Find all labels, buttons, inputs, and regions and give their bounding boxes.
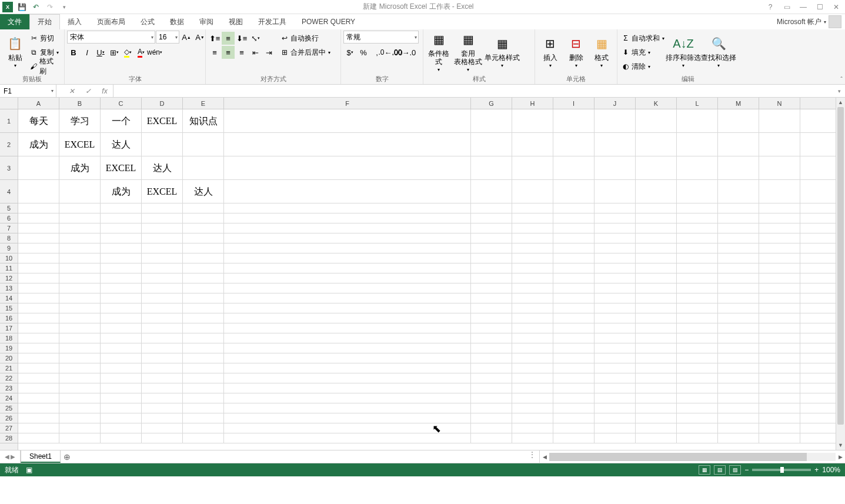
cell[interactable]	[718, 133, 759, 156]
cell[interactable]	[471, 223, 512, 233]
cell[interactable]	[512, 333, 553, 343]
row-header[interactable]: 15	[0, 303, 18, 313]
hscroll-thumb[interactable]	[549, 453, 807, 461]
cell[interactable]	[512, 413, 553, 423]
cell[interactable]	[594, 303, 636, 313]
cell[interactable]	[677, 353, 718, 363]
cell[interactable]	[101, 363, 142, 373]
column-header-B[interactable]: B	[59, 98, 101, 109]
cells-area[interactable]: 每天学习一个EXCEL知识点成为EXCEL达人成为EXCEL达人成为EXCEL达…	[18, 109, 836, 450]
cell[interactable]	[759, 156, 800, 180]
cell[interactable]	[471, 343, 512, 353]
cell[interactable]	[183, 203, 224, 213]
account-area[interactable]: Microsoft 帐户 ▾	[777, 14, 845, 29]
cell[interactable]	[18, 413, 59, 423]
cell[interactable]	[636, 243, 677, 253]
autosum-button[interactable]: Σ自动求和▾	[620, 32, 666, 45]
cell[interactable]	[594, 253, 636, 263]
cell[interactable]	[677, 403, 718, 413]
cell[interactable]	[18, 223, 59, 233]
row-header[interactable]: 4	[0, 180, 18, 203]
cell[interactable]	[59, 203, 101, 213]
cell[interactable]	[636, 293, 677, 303]
cell[interactable]	[718, 303, 759, 313]
row-header[interactable]: 26	[0, 413, 18, 423]
cell[interactable]	[677, 293, 718, 303]
cell[interactable]	[553, 343, 594, 353]
cell[interactable]	[18, 333, 59, 343]
phonetic-button[interactable]: wén▾	[148, 46, 161, 59]
cell[interactable]	[224, 109, 471, 133]
horizontal-scrollbar[interactable]: ◀ ▶	[539, 450, 845, 463]
tab-data[interactable]: 数据	[162, 14, 192, 29]
sheet-split-icon[interactable]: ⋮	[525, 450, 539, 463]
cell[interactable]	[18, 253, 59, 263]
tab-review[interactable]: 审阅	[192, 14, 221, 29]
cell[interactable]	[101, 433, 142, 443]
cell[interactable]	[718, 180, 759, 203]
cell[interactable]	[636, 283, 677, 293]
cell[interactable]	[183, 263, 224, 273]
fill-button[interactable]: ⬇填充▾	[620, 46, 666, 59]
cell[interactable]	[718, 353, 759, 363]
cell[interactable]	[224, 283, 471, 293]
cell[interactable]	[594, 383, 636, 393]
cell[interactable]: 成为	[101, 180, 142, 203]
minimize-icon[interactable]: ―	[798, 3, 809, 11]
cell[interactable]	[183, 333, 224, 343]
row-header[interactable]: 9	[0, 243, 18, 253]
cell[interactable]	[553, 273, 594, 283]
cell[interactable]	[471, 303, 512, 313]
view-pagebreak-icon[interactable]: ▧	[729, 465, 741, 475]
align-bottom-icon[interactable]: ⬇≡	[235, 32, 248, 45]
cell[interactable]	[142, 223, 183, 233]
cell[interactable]	[183, 413, 224, 423]
cell[interactable]	[59, 433, 101, 443]
cell[interactable]	[18, 343, 59, 353]
enter-formula-icon[interactable]: ✓	[80, 85, 96, 97]
cell[interactable]	[677, 433, 718, 443]
cell[interactable]	[553, 233, 594, 243]
row-header[interactable]: 14	[0, 293, 18, 303]
cell[interactable]	[183, 393, 224, 403]
close-icon[interactable]: ✕	[831, 3, 841, 11]
cell[interactable]	[677, 253, 718, 263]
cell[interactable]	[142, 133, 183, 156]
cell[interactable]	[18, 303, 59, 313]
cell[interactable]	[677, 233, 718, 243]
cell[interactable]	[101, 253, 142, 263]
format-cells-button[interactable]: ▦格式▾	[589, 31, 614, 73]
cell[interactable]	[636, 393, 677, 403]
cell[interactable]	[759, 133, 800, 156]
add-sheet-button[interactable]: ⊕	[61, 450, 74, 463]
cell[interactable]	[183, 383, 224, 393]
cell[interactable]	[18, 233, 59, 243]
cell[interactable]	[759, 293, 800, 303]
cell[interactable]	[718, 373, 759, 383]
cell[interactable]	[512, 303, 553, 313]
tab-layout[interactable]: 页面布局	[89, 14, 133, 29]
column-header-F[interactable]: F	[224, 98, 471, 109]
fx-icon[interactable]: fx	[96, 85, 113, 97]
cell[interactable]	[471, 133, 512, 156]
cell[interactable]	[101, 263, 142, 273]
cell[interactable]	[594, 313, 636, 323]
column-header-C[interactable]: C	[101, 98, 142, 109]
cell[interactable]	[101, 423, 142, 433]
cell[interactable]	[18, 156, 59, 180]
cell[interactable]	[512, 373, 553, 383]
cell[interactable]	[718, 253, 759, 263]
cell[interactable]	[224, 223, 471, 233]
cell[interactable]	[18, 323, 59, 333]
cell[interactable]	[718, 323, 759, 333]
cell[interactable]	[101, 273, 142, 283]
cell[interactable]	[553, 373, 594, 383]
cell[interactable]	[636, 109, 677, 133]
cell[interactable]	[594, 373, 636, 383]
vertical-scrollbar[interactable]: ▲ ▼	[836, 98, 845, 450]
cell[interactable]	[718, 343, 759, 353]
cell[interactable]	[594, 180, 636, 203]
cell[interactable]	[59, 393, 101, 403]
cell[interactable]	[18, 383, 59, 393]
cell[interactable]	[594, 293, 636, 303]
